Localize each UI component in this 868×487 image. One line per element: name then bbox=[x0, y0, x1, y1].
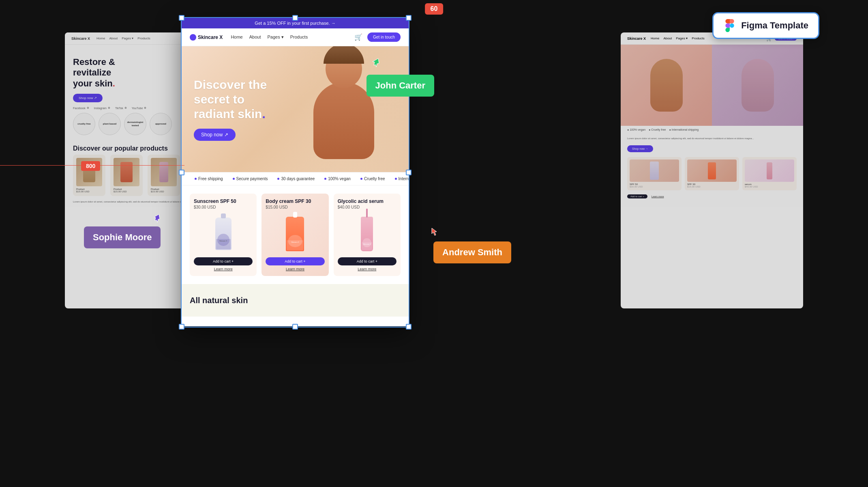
measurement-badge: 800 bbox=[81, 161, 100, 171]
right-product-img-1 bbox=[630, 159, 679, 182]
left-shop-button[interactable]: Shop now ↗ bbox=[73, 94, 103, 102]
left-product-img-3 bbox=[151, 158, 177, 186]
add-to-cart-sunscreen[interactable]: Add to cart + bbox=[194, 257, 253, 265]
left-product-info-2: Product $15.00 USD bbox=[114, 188, 139, 193]
product-img-sunscreen: Skincare X bbox=[194, 213, 253, 254]
all-natural-section: All natural skin bbox=[182, 284, 409, 317]
right-nav-links: Home About Pages ▾ Products bbox=[651, 37, 705, 40]
product-card-sunscreen: Sunscreen SPF 50 $30.00 USD Skincare X A… bbox=[190, 194, 257, 276]
figma-icon bbox=[723, 19, 736, 32]
logo-icon bbox=[190, 34, 196, 41]
main-logo: Skincare X bbox=[190, 34, 223, 41]
features-bar: Free shipping Secure payments 30 days gu… bbox=[182, 172, 409, 185]
product-img-cream: Skincare X bbox=[266, 213, 324, 254]
main-nav: Skincare X Home About Pages ▾ Products 🛒… bbox=[182, 28, 409, 46]
left-product-info-1: Product $15.00 USD bbox=[76, 188, 102, 193]
product-card-cream: Body cream SPF 30 $15.00 USD Skincare X … bbox=[261, 194, 328, 276]
badge-cruelty-free: cruelty free bbox=[73, 113, 95, 135]
top-number-badge: 60 bbox=[425, 3, 444, 15]
right-hero-left bbox=[621, 45, 712, 126]
main-hero: Discover thesecret toradiant skin. Shop … bbox=[182, 46, 409, 172]
badge-plant-based: plant based bbox=[99, 113, 121, 135]
right-shop-btn[interactable]: Shop now → bbox=[627, 145, 653, 152]
cart-icon[interactable]: 🛒 bbox=[354, 33, 362, 41]
left-product-info-3: Product $15.00 USD bbox=[151, 188, 177, 193]
right-features: ● 100% vegan ● Cruelty free ● Internatio… bbox=[621, 126, 803, 134]
main-nav-links: Home About Pages ▾ Products bbox=[231, 34, 346, 40]
right-add-to-cart-row: Add to cart + Learn more bbox=[621, 194, 803, 200]
right-mockup: Skincare X Home About Pages ▾ Products 🛒… bbox=[621, 32, 803, 308]
right-product-card-1: SPF 50 $30.00 USD bbox=[627, 157, 682, 190]
learn-more-serum[interactable]: Learn more bbox=[338, 267, 396, 271]
product-card-serum: Glycolic acid serum $40.00 USD Skincare … bbox=[334, 194, 401, 276]
add-to-cart-cream[interactable]: Add to cart + bbox=[266, 257, 324, 265]
right-product-row: SPF 50 $30.00 USD SPF 30 $15.00 USD seru… bbox=[621, 154, 803, 194]
right-description: Lorem ipsum dolor sit amet, consectetur … bbox=[621, 134, 803, 144]
right-hero-images bbox=[621, 45, 803, 126]
get-touch-button[interactable]: Get in touch bbox=[367, 32, 401, 42]
left-product-img-2 bbox=[114, 158, 139, 186]
learn-more-sunscreen[interactable]: Learn more bbox=[194, 267, 253, 271]
products-section: Sunscreen SPF 50 $30.00 USD Skincare X A… bbox=[182, 185, 409, 284]
right-product-card-2: SPF 30 $15.00 USD bbox=[685, 157, 739, 190]
badge-approved: approved bbox=[150, 113, 172, 135]
right-hero-right bbox=[712, 45, 803, 126]
right-logo: Skincare X bbox=[627, 37, 646, 41]
learn-more-cream[interactable]: Learn more bbox=[266, 267, 324, 271]
left-logo: Skincare X bbox=[71, 37, 90, 41]
product-img-serum: Skincare X bbox=[338, 213, 396, 254]
figma-badge: Figma Template bbox=[712, 12, 819, 39]
left-nav-links: Home About Pages ▾ Products bbox=[96, 37, 150, 40]
left-product-card-3: Product $15.00 USD bbox=[148, 155, 180, 196]
hero-shop-button[interactable]: Shop now ↗ bbox=[194, 129, 236, 141]
all-natural-title: All natural skin bbox=[190, 296, 248, 305]
add-to-cart-serum[interactable]: Add to cart + bbox=[338, 257, 396, 265]
main-mockup: Get in touch Get a 15% OFF in your first… bbox=[182, 18, 409, 326]
figma-badge-text: Figma Template bbox=[741, 20, 808, 31]
main-nav-actions: 🛒 Get in touch bbox=[354, 32, 401, 42]
andrew-badge: Andrew Smith bbox=[433, 241, 511, 263]
right-product-card-3: serum $40.00 USD bbox=[742, 157, 797, 190]
john-badge: John Carter bbox=[366, 75, 434, 97]
left-product-card-2: Product $15.00 USD bbox=[110, 155, 143, 196]
announcement-bar: Get in touch Get a 15% OFF in your first… bbox=[182, 18, 409, 28]
sophie-badge: Sophie Moore bbox=[84, 226, 161, 248]
badge-dermatologist: dermatologist tested bbox=[124, 113, 146, 135]
products-grid: Sunscreen SPF 50 $30.00 USD Skincare X A… bbox=[190, 194, 401, 276]
